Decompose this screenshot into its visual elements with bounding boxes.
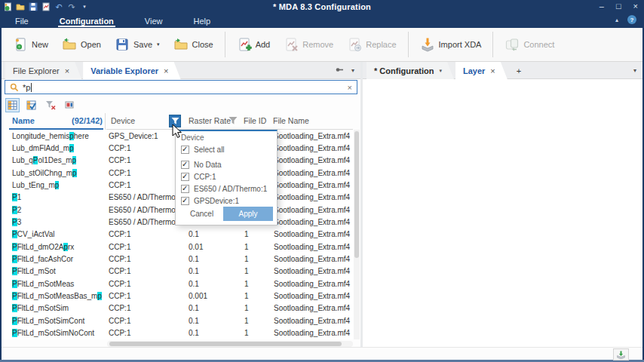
- add-tab-button[interactable]: +: [509, 62, 529, 79]
- tab-label: Variable Explorer: [90, 66, 158, 75]
- filter-option[interactable]: ✓CCP:1: [181, 171, 277, 182]
- replace-button[interactable]: Replace: [340, 34, 403, 55]
- search-input[interactable]: *p ×: [5, 80, 357, 94]
- save-dropdown-icon[interactable]: ▾: [157, 41, 160, 48]
- help-icon[interactable]: ?: [627, 15, 636, 24]
- file-id-cell: 1: [243, 280, 273, 288]
- panel-dropdown-icon[interactable]: ▾: [351, 67, 354, 74]
- tab-dropdown-icon[interactable]: ▾: [439, 68, 442, 74]
- raster-rate-filter-icon[interactable]: [228, 116, 238, 127]
- tab-layer[interactable]: Layer ×: [455, 62, 508, 79]
- menu-file[interactable]: File: [14, 16, 30, 27]
- table-row[interactable]: PFltLd_mSotCCP:10.11Sootloading_Extra.mf…: [2, 265, 360, 278]
- filter-popup-title: Device: [181, 133, 277, 142]
- file-name-column-header[interactable]: File Name: [273, 116, 309, 125]
- table-row[interactable]: PFltLd_mSotMeasBas_mpCCP:10.0011Sootload…: [2, 290, 360, 302]
- variable-name: PFltLd_mSot: [2, 267, 105, 275]
- close-tab-icon[interactable]: ×: [490, 66, 495, 75]
- open-folder-icon: [62, 37, 77, 52]
- close-tab-icon[interactable]: ×: [164, 66, 168, 75]
- menu-help[interactable]: Help: [192, 16, 213, 27]
- checkbox-checked[interactable]: ✓: [181, 161, 189, 169]
- filter-option-label: ES650 / AD/Thermo:1: [194, 185, 267, 193]
- check-icon: ✓: [182, 196, 188, 204]
- panel-dropdown-icon[interactable]: ▾: [633, 67, 636, 74]
- table-row[interactable]: PFltLd_mSotSimNoContCCP:10.11Sootloading…: [2, 327, 360, 339]
- raster-rate-column-header[interactable]: Raster Rate: [189, 116, 231, 125]
- minimize-button[interactable]: –: [600, 1, 604, 12]
- table-row[interactable]: PFltLd_facAshCorCCP:10.11Sootloading_Ext…: [2, 253, 360, 265]
- save-button[interactable]: Save ▾: [108, 34, 167, 55]
- menu-view[interactable]: View: [143, 16, 164, 27]
- variable-name: Lub_dmFlAdd_mp: [2, 144, 105, 152]
- show-selected-variables-icon[interactable]: [24, 98, 38, 112]
- tab-file-explorer[interactable]: File Explorer ×: [5, 62, 81, 79]
- raster-rate-cell: 0.001: [187, 292, 243, 300]
- clear-search-icon[interactable]: ×: [348, 83, 352, 92]
- variable-name: PFltLd_mSotSimCont: [2, 317, 105, 325]
- import-xda-button[interactable]: Import XDA: [413, 34, 489, 55]
- tab-variable-explorer[interactable]: Variable Explorer ×: [83, 62, 180, 79]
- new-button[interactable]: New: [6, 34, 55, 55]
- close-config-button[interactable]: Close: [167, 34, 220, 55]
- close-tab-icon[interactable]: ×: [65, 66, 69, 75]
- table-row[interactable]: PCV_iActValCCP:10.11Sootloading_Extra.mf…: [2, 229, 360, 241]
- tab-configuration[interactable]: * Configuration ▾: [366, 62, 454, 79]
- variable-name: Lub_stOilChng_mp: [2, 169, 105, 177]
- scrollbar-thumb[interactable]: [354, 131, 359, 258]
- filter-option[interactable]: ✓Select all: [181, 144, 277, 155]
- remove-button[interactable]: Remove: [277, 34, 340, 55]
- device-cell: CCP:1: [105, 329, 187, 337]
- table-row[interactable]: PFltLd_mSotMeasCCP:10.11Sootloading_Extr…: [2, 278, 360, 290]
- remove-button-label: Remove: [302, 40, 333, 49]
- close-button[interactable]: ×: [633, 1, 638, 12]
- file-id-column-header[interactable]: File ID: [244, 116, 266, 125]
- scrollbar-thumb[interactable]: [109, 342, 342, 346]
- report-icon[interactable]: [62, 98, 76, 112]
- file-name-cell: Sootloading_Extra.mf4: [273, 243, 360, 251]
- show-all-variables-icon[interactable]: [5, 98, 20, 112]
- clear-filter-icon[interactable]: [43, 98, 57, 112]
- toolbar-separator: [225, 32, 225, 57]
- ribbon-toolbar: New Open Save ▾ Close Add Remove Replace…: [0, 28, 644, 62]
- variable-name: PFltLd_mSotSim: [2, 304, 105, 312]
- vertical-scrollbar[interactable]: [354, 130, 360, 339]
- maximize-button[interactable]: □: [616, 1, 621, 12]
- device-cell: CCP:1: [105, 255, 187, 263]
- open-button-label: Open: [81, 40, 101, 49]
- menu-configuration[interactable]: Configuration: [58, 16, 115, 27]
- connect-icon: [504, 37, 520, 52]
- checkbox-checked[interactable]: ✓: [181, 185, 189, 193]
- raster-rate-cell: 0.1: [187, 267, 243, 275]
- checkbox-checked[interactable]: ✓: [181, 146, 189, 154]
- filter-option[interactable]: ✓No Data: [181, 159, 277, 170]
- raster-rate-cell: 0.01: [187, 243, 243, 251]
- table-row[interactable]: PFltLd_mSotSimCCP:10.11Sootloading_Extra…: [2, 302, 360, 314]
- checkbox-checked[interactable]: ✓: [181, 197, 189, 205]
- device-column-header[interactable]: Device: [111, 116, 135, 125]
- name-column-header[interactable]: Name: [12, 116, 35, 125]
- table-row[interactable]: PFltLd_dmO2AprxCCP:10.011Sootloading_Ext…: [2, 241, 360, 253]
- device-cell: CCP:1: [105, 292, 187, 300]
- checkbox-checked[interactable]: ✓: [181, 173, 189, 181]
- right-tab-bar: * Configuration ▾ Layer × + ▾: [363, 62, 642, 79]
- open-button[interactable]: Open: [55, 34, 108, 55]
- raster-rate-cell: 0.1: [187, 280, 243, 288]
- collapse-ribbon-icon[interactable]: ▴: [615, 17, 618, 23]
- check-icon: ✓: [182, 172, 188, 180]
- table-row[interactable]: PFltLd_mSotSimContCCP:10.11Sootloading_E…: [2, 314, 360, 327]
- check-icon: ✓: [182, 184, 188, 192]
- import-status-button[interactable]: [613, 348, 629, 360]
- connect-button[interactable]: Connect: [498, 34, 561, 55]
- tab-label: File Explorer: [13, 66, 60, 75]
- horizontal-scrollbar[interactable]: [107, 341, 353, 347]
- device-cell: CCP:1: [105, 304, 187, 312]
- add-button[interactable]: Add: [230, 34, 278, 55]
- filter-option[interactable]: ✓GPSDevice:1: [181, 195, 277, 206]
- file-name-cell: Sootloading_Extra.mf4: [273, 255, 360, 263]
- pin-icon[interactable]: [335, 63, 344, 77]
- apply-button[interactable]: Apply: [223, 207, 273, 221]
- filter-option[interactable]: ✓ES650 / AD/Thermo:1: [181, 183, 277, 194]
- cancel-button[interactable]: Cancel: [181, 207, 222, 221]
- layer-panel: * Configuration ▾ Layer × + ▾: [363, 62, 642, 347]
